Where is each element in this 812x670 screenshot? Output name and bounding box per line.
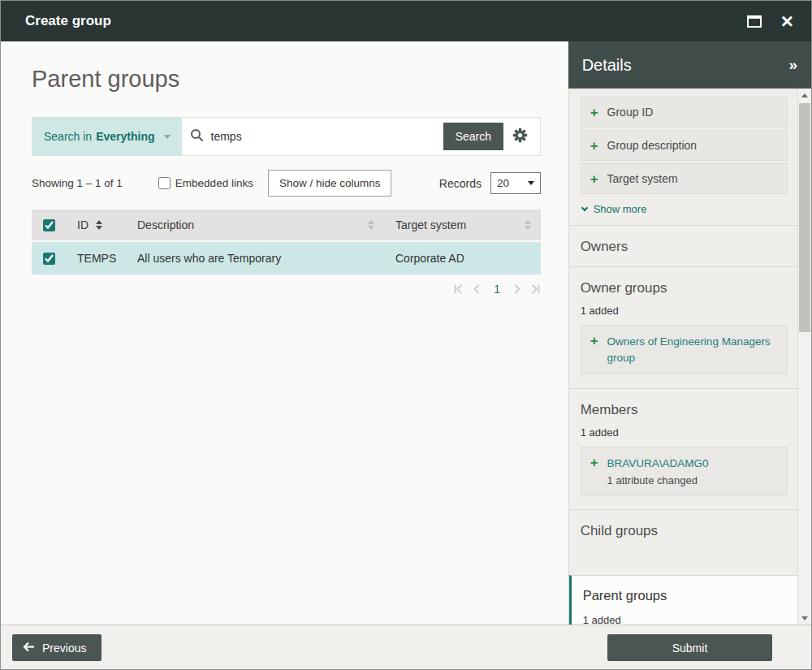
scroll-down-button[interactable] [798,612,811,625]
last-page-button[interactable] [529,283,541,295]
select-all-cell [32,219,66,231]
search-button[interactable]: Search [443,123,503,150]
search-bar: Search in Everything Search [32,117,541,156]
parent-groups-section-title: Parent groups [583,588,786,603]
add-group-id-row[interactable]: + Group ID [581,97,788,128]
arrow-left-icon [23,642,35,655]
records-label: Records [439,177,482,190]
chevron-down-icon [164,135,171,139]
scrollbar-thumb[interactable] [799,103,810,332]
previous-page-button[interactable] [472,283,483,295]
search-scope-dropdown[interactable]: Search in Everything [32,118,182,155]
gear-icon [512,127,529,146]
plus-icon: + [590,139,598,153]
window-title: Create group [25,13,728,29]
details-sidebar: Details » + Group ID + Group description… [568,41,811,625]
sort-icon [525,220,531,230]
sort-icon [368,220,374,230]
owner-groups-section-title: Owner groups [581,280,788,296]
details-title: Details [582,56,789,75]
close-icon: × [781,11,793,32]
main-panel: Parent groups Search in Everything Searc… [1,41,568,625]
scroll-up-button[interactable] [798,89,811,102]
owner-group-item[interactable]: + Owners of Engineering Managers group [581,325,788,374]
details-header: Details » [568,41,811,89]
member-note: 1 attribute changed [607,474,709,486]
add-target-system-row[interactable]: + Target system [581,163,788,194]
close-button[interactable]: × [781,11,793,32]
show-hide-columns-button[interactable]: Show / hide columns [268,170,392,197]
previous-button[interactable]: Previous [12,634,102,661]
attribute-label: Target system [607,172,678,185]
plus-icon: + [590,456,598,486]
row-description: All users who are Temporary [126,252,384,265]
attribute-label: Group description [607,139,698,152]
divider [569,266,811,267]
page-number[interactable]: 1 [494,283,500,296]
details-content: + Group ID + Group description + Target … [568,89,811,625]
owners-section-title: Owners [581,239,788,255]
row-select-cell [32,253,66,265]
next-page-button[interactable] [511,283,522,295]
owner-group-link[interactable]: Owners of Engineering Managers group [607,334,778,365]
plus-icon: + [590,334,598,365]
chevron-down-icon [528,181,534,185]
plus-icon: + [590,106,598,119]
members-count: 1 added [581,426,788,439]
pagination: 1 [32,283,541,296]
triangle-up-icon [801,93,808,97]
submit-button[interactable]: Submit [607,634,772,661]
child-groups-section-title: Child groups [581,523,788,539]
member-item[interactable]: + BRAVURA\ADAMG0 1 attribute changed [581,447,788,495]
search-scope-value: Everything [96,130,154,143]
column-header-target-system[interactable]: Target system [384,218,541,231]
parent-groups-section[interactable]: Parent groups 1 added [569,575,797,625]
records-per-page-value: 20 [497,177,509,189]
column-header-description-label: Description [137,218,194,231]
list-controls: Showing 1 – 1 of 1 Embedded links Show /… [32,170,541,197]
column-header-id-label: ID [77,218,89,231]
chevron-down-icon [581,205,587,211]
sidebar-scrollbar[interactable] [797,89,811,625]
select-all-checkbox[interactable] [43,219,55,231]
plus-icon: + [590,172,598,186]
search-input[interactable] [211,130,435,143]
row-checkbox[interactable] [43,253,55,265]
search-field [182,118,443,155]
results-table: ID Description Target system [32,210,541,274]
embedded-links-label: Embedded links [175,177,253,189]
showing-count: Showing 1 – 1 of 1 [32,177,123,189]
members-section-title: Members [581,402,788,418]
page-title: Parent groups [32,66,568,93]
embedded-links-toggle[interactable]: Embedded links [158,177,253,189]
show-more-label: Show more [594,203,647,215]
create-group-window: Create group × Parent groups Search in E… [0,0,812,670]
triangle-down-icon [801,616,808,620]
member-link[interactable]: BRAVURA\ADAMG0 [607,457,709,469]
footer-bar: Previous Submit [1,625,811,669]
search-icon [190,128,204,145]
search-settings-button[interactable] [512,118,529,155]
column-header-description[interactable]: Description [126,218,384,231]
parent-groups-count: 1 added [583,614,786,625]
records-per-page-select[interactable]: 20 [490,172,541,194]
body-area: Parent groups Search in Everything Searc… [1,41,811,625]
embedded-links-checkbox[interactable] [158,177,171,189]
show-more-link[interactable]: Show more [582,203,647,215]
add-group-description-row[interactable]: + Group description [581,130,788,161]
maximize-button[interactable] [747,15,762,28]
column-header-target-system-label: Target system [395,218,466,231]
table-row[interactable]: TEMPS All users who are Temporary Corpor… [32,242,541,274]
divider [569,225,811,226]
row-target-system: Corporate AD [384,252,541,265]
attribute-label: Group ID [607,106,654,119]
title-bar: Create group × [1,1,811,41]
table-header-row: ID Description Target system [32,210,541,242]
row-id: TEMPS [66,252,126,265]
collapse-sidebar-button[interactable]: » [788,56,797,74]
first-page-button[interactable] [453,283,464,295]
maximize-icon [747,15,762,28]
divider [569,509,811,510]
column-header-id[interactable]: ID [66,218,126,231]
owner-groups-count: 1 added [581,305,788,317]
